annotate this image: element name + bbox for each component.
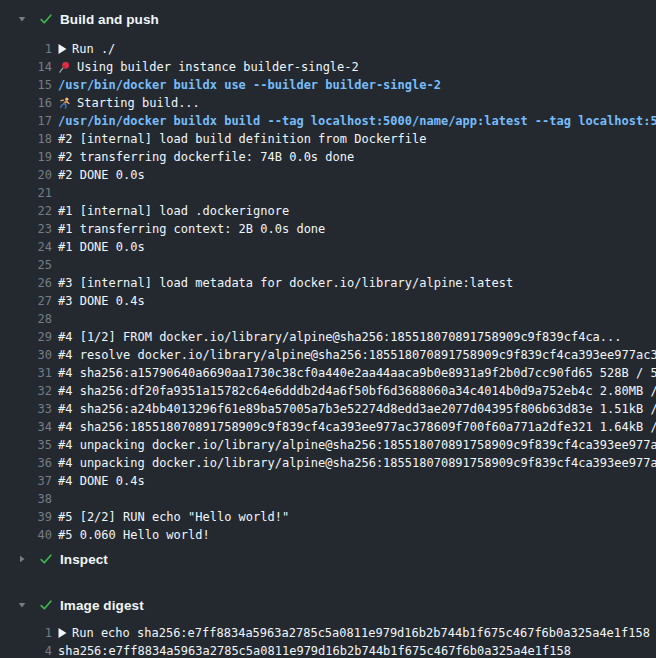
log-text: Using builder instance builder-single-2 bbox=[58, 58, 359, 76]
line-number[interactable]: 35 bbox=[0, 436, 52, 454]
log-text: #4 unpacking docker.io/library/alpine@sh… bbox=[58, 436, 656, 454]
log-text-value: /usr/bin/docker buildx use --builder bui… bbox=[58, 76, 441, 94]
log-text: Run ./ bbox=[58, 40, 115, 58]
log-text: Run echo sha256:e7ff8834a5963a2785c5a081… bbox=[58, 624, 650, 642]
chevron-down-icon[interactable] bbox=[17, 600, 27, 610]
log-line: 28 bbox=[0, 310, 656, 328]
line-number[interactable]: 37 bbox=[0, 472, 52, 490]
line-number[interactable]: 14 bbox=[0, 58, 52, 76]
line-number[interactable]: 1 bbox=[0, 40, 52, 58]
line-number[interactable]: 31 bbox=[0, 364, 52, 382]
chevron-right-icon[interactable] bbox=[17, 554, 27, 564]
pushpin-icon bbox=[58, 61, 71, 74]
line-number[interactable]: 17 bbox=[0, 112, 52, 130]
log-line: 37#4 DONE 0.4s bbox=[0, 472, 656, 490]
line-number[interactable]: 36 bbox=[0, 454, 52, 472]
log-text: #4 sha256:a15790640a6690aa1730c38cf0a440… bbox=[58, 364, 656, 382]
log-text: #5 0.060 Hello world! bbox=[58, 526, 210, 544]
log-text-value: #4 sha256:185518070891758909c9f839cf4ca3… bbox=[58, 418, 656, 436]
play-icon[interactable] bbox=[58, 628, 67, 638]
log-text-value: #2 DONE 0.0s bbox=[58, 166, 145, 184]
chevron-down-icon[interactable] bbox=[17, 14, 27, 24]
log-line: 40#5 0.060 Hello world! bbox=[0, 526, 656, 544]
line-number[interactable]: 34 bbox=[0, 418, 52, 436]
line-number[interactable]: 24 bbox=[0, 238, 52, 256]
section-title: Build and push bbox=[60, 12, 159, 27]
log-line: 33#4 sha256:a24bb4013296f61e89ba57005a7b… bbox=[0, 400, 656, 418]
log-text: #5 [2/2] RUN echo "Hello world!" bbox=[58, 508, 289, 526]
log-text-value: #1 DONE 0.0s bbox=[58, 238, 145, 256]
section-header-inspect[interactable]: Inspect bbox=[0, 544, 656, 574]
log-text-value: Run ./ bbox=[72, 40, 115, 58]
line-number[interactable]: 40 bbox=[0, 526, 52, 544]
section-header-image-digest[interactable]: Image digest bbox=[0, 590, 656, 620]
log-text-value: Starting build... bbox=[77, 94, 200, 112]
log-text-value: #5 0.060 Hello world! bbox=[58, 526, 210, 544]
log-text-value: #5 [2/2] RUN echo "Hello world!" bbox=[58, 508, 289, 526]
line-number[interactable]: 18 bbox=[0, 130, 52, 148]
line-number[interactable]: 30 bbox=[0, 346, 52, 364]
check-icon bbox=[39, 552, 53, 566]
line-number[interactable]: 29 bbox=[0, 328, 52, 346]
log-text-value: #4 [1/2] FROM docker.io/library/alpine@s… bbox=[58, 328, 622, 346]
section-title: Inspect bbox=[60, 552, 108, 567]
log-line: 35#4 unpacking docker.io/library/alpine@… bbox=[0, 436, 656, 454]
section-header-build-and-push[interactable]: Build and push bbox=[0, 4, 656, 34]
log-text: sha256:e7ff8834a5963a2785c5a0811e979d16b… bbox=[58, 642, 571, 658]
log-line: 26#3 [internal] load metadata for docker… bbox=[0, 274, 656, 292]
log-line: 38 bbox=[0, 490, 656, 508]
line-number[interactable]: 4 bbox=[0, 642, 52, 658]
line-number[interactable]: 38 bbox=[0, 490, 52, 508]
log-line: 14Using builder instance builder-single-… bbox=[0, 58, 656, 76]
line-number[interactable]: 39 bbox=[0, 508, 52, 526]
log-line: 1Run ./ bbox=[0, 40, 656, 58]
log-text-value: #4 unpacking docker.io/library/alpine@sh… bbox=[58, 436, 656, 454]
log-text: #3 DONE 0.4s bbox=[58, 292, 145, 310]
line-number[interactable]: 21 bbox=[0, 184, 52, 202]
log-text-value: #2 [internal] load build definition from… bbox=[58, 130, 426, 148]
log-line: 31#4 sha256:a15790640a6690aa1730c38cf0a4… bbox=[0, 364, 656, 382]
log-text: #2 transferring dockerfile: 74B 0.0s don… bbox=[58, 148, 354, 166]
log-text-value: #4 sha256:a15790640a6690aa1730c38cf0a440… bbox=[58, 364, 656, 382]
log-text-value: /usr/bin/docker buildx build --tag local… bbox=[58, 112, 656, 130]
log-text: #4 [1/2] FROM docker.io/library/alpine@s… bbox=[58, 328, 622, 346]
log-text: #2 DONE 0.0s bbox=[58, 166, 145, 184]
log-line: 17/usr/bin/docker buildx build --tag loc… bbox=[0, 112, 656, 130]
play-icon[interactable] bbox=[58, 44, 67, 54]
log-line: 23#1 transferring context: 2B 0.0s done bbox=[0, 220, 656, 238]
line-number[interactable]: 23 bbox=[0, 220, 52, 238]
log-line: 1Run echo sha256:e7ff8834a5963a2785c5a08… bbox=[0, 624, 656, 642]
log-lines-image-digest: 1Run echo sha256:e7ff8834a5963a2785c5a08… bbox=[0, 620, 656, 658]
line-number[interactable]: 22 bbox=[0, 202, 52, 220]
log-line: 25 bbox=[0, 256, 656, 274]
log-line: 39#5 [2/2] RUN echo "Hello world!" bbox=[0, 508, 656, 526]
log-line: 21 bbox=[0, 184, 656, 202]
log-text-value: Run echo sha256:e7ff8834a5963a2785c5a081… bbox=[72, 624, 650, 642]
log-text-value: #1 [internal] load .dockerignore bbox=[58, 202, 289, 220]
section-image-digest: Image digest1Run echo sha256:e7ff8834a59… bbox=[0, 590, 656, 658]
log-line: 20#2 DONE 0.0s bbox=[0, 166, 656, 184]
line-number[interactable]: 1 bbox=[0, 624, 52, 642]
log-text: #1 [internal] load .dockerignore bbox=[58, 202, 289, 220]
log-text: #4 unpacking docker.io/library/alpine@sh… bbox=[58, 454, 656, 472]
log-line: 32#4 sha256:df20fa9351a15782c64e6dddb2d4… bbox=[0, 382, 656, 400]
log-text: #4 DONE 0.4s bbox=[58, 472, 145, 490]
line-number[interactable]: 26 bbox=[0, 274, 52, 292]
log-text-value: #4 unpacking docker.io/library/alpine@sh… bbox=[58, 454, 656, 472]
line-number[interactable]: 19 bbox=[0, 148, 52, 166]
line-number[interactable]: 27 bbox=[0, 292, 52, 310]
line-number[interactable]: 16 bbox=[0, 94, 52, 112]
line-number[interactable]: 20 bbox=[0, 166, 52, 184]
line-number[interactable]: 33 bbox=[0, 400, 52, 418]
check-icon bbox=[39, 598, 53, 612]
log-line: 29#4 [1/2] FROM docker.io/library/alpine… bbox=[0, 328, 656, 346]
line-number[interactable]: 28 bbox=[0, 310, 52, 328]
line-number[interactable]: 25 bbox=[0, 256, 52, 274]
log-text: #2 [internal] load build definition from… bbox=[58, 130, 426, 148]
line-number[interactable]: 15 bbox=[0, 76, 52, 94]
log-text: /usr/bin/docker buildx use --builder bui… bbox=[58, 76, 441, 94]
log-text-value: #1 transferring context: 2B 0.0s done bbox=[58, 220, 325, 238]
line-number[interactable]: 32 bbox=[0, 382, 52, 400]
log-text: #4 sha256:a24bb4013296f61e89ba57005a7b3e… bbox=[58, 400, 656, 418]
log-line: 30#4 resolve docker.io/library/alpine@sh… bbox=[0, 346, 656, 364]
